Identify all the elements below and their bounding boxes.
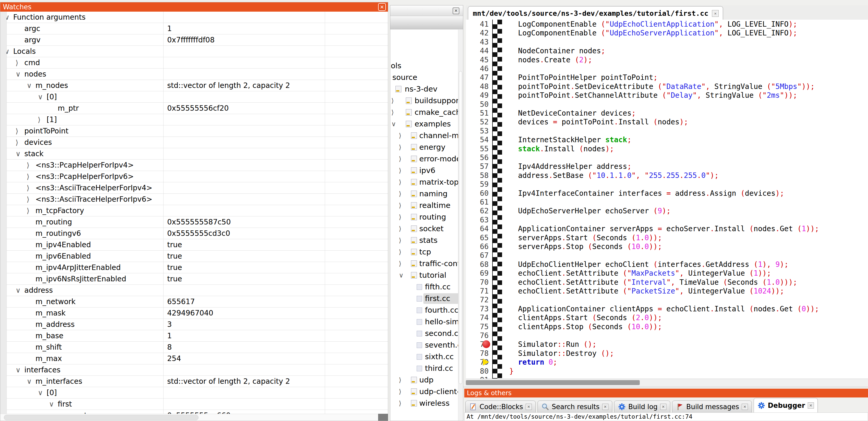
code-line-72[interactable]: 72 <box>466 295 868 304</box>
code-line-79[interactable]: 79 return 0; <box>466 358 868 367</box>
chevron-down-icon[interactable]: ∨ <box>16 285 21 296</box>
code-line-44[interactable]: 44 NodeContainer nodes; <box>466 46 868 55</box>
line-number[interactable]: 58 <box>466 171 489 180</box>
line-number[interactable]: 71 <box>466 287 489 296</box>
chevron-down-icon[interactable]: ∨ <box>16 148 21 159</box>
chevron-right-icon[interactable]: ⟩ <box>27 194 30 205</box>
line-number[interactable]: 48 <box>466 82 489 91</box>
line-number[interactable]: 46 <box>466 64 489 73</box>
tree-item-source[interactable]: source <box>390 72 458 83</box>
line-number[interactable]: 69 <box>466 269 489 278</box>
watch-row[interactable]: ⟩<ns3::PcapHelperForIpv4> <box>6 160 388 171</box>
tree-item-wireless[interactable]: ⟩wireless <box>390 397 458 409</box>
chevron-down-icon[interactable]: ∨ <box>391 118 396 130</box>
line-number[interactable]: 67 <box>466 251 489 260</box>
close-icon[interactable]: ✕ <box>712 10 719 17</box>
line-number[interactable]: 47 <box>466 73 489 82</box>
tree-item-routing[interactable]: ⟩routing <box>390 211 458 223</box>
line-number[interactable]: 42 <box>466 28 489 37</box>
code-line-41[interactable]: 41 LogComponentEnable ("UdpEchoClientApp… <box>466 20 868 29</box>
line-number[interactable]: 53 <box>466 126 489 135</box>
code-line-50[interactable]: 50 <box>466 100 868 109</box>
code-line-42[interactable]: 42 LogComponentEnable ("UdpEchoServerApp… <box>466 28 868 37</box>
tree-item-channel-mod[interactable]: ⟩channel-mod <box>390 130 458 141</box>
watch-row[interactable]: ∨interfaces <box>6 364 388 376</box>
close-icon[interactable]: ✕ <box>808 402 814 409</box>
tree-item-error-model[interactable]: ⟩error-model <box>390 153 458 165</box>
watches-horizontal-scrollbar[interactable] <box>0 414 388 421</box>
code-line-45[interactable]: 45 nodes.Create (2); <box>466 55 868 64</box>
tree-item-ipv6[interactable]: ⟩ipv6 <box>390 165 458 176</box>
tree-item-third-cc[interactable]: third.cc <box>390 362 458 374</box>
watch-row[interactable]: m_mask4294967040 <box>6 307 388 319</box>
chevron-right-icon[interactable]: ⟩ <box>399 188 401 200</box>
tree-vertical-scrollbar[interactable] <box>458 30 463 420</box>
chevron-down-icon[interactable]: ∨ <box>27 376 32 387</box>
code-line-77[interactable]: 77 Simulator::Run (); <box>466 340 868 349</box>
logs-title-bar[interactable]: Logs & others <box>464 389 868 397</box>
watch-row[interactable]: ⟩cmd <box>6 57 388 68</box>
chevron-right-icon[interactable]: ⟩ <box>399 141 401 153</box>
chevron-right-icon[interactable]: ⟩ <box>399 153 401 165</box>
code-line-68[interactable]: 68 UdpEchoClientHelper echoClient (inter… <box>466 260 868 269</box>
tree-item-sixth-cc[interactable]: sixth.cc <box>390 351 458 362</box>
watch-row[interactable]: ⟩pointToPoint <box>6 125 388 137</box>
chevron-right-icon[interactable]: ⟩ <box>399 258 401 269</box>
logs-tab-search-results[interactable]: Search results✕ <box>537 400 612 413</box>
chevron-right-icon[interactable]: ⟩ <box>27 171 30 182</box>
line-number[interactable]: 61 <box>466 198 489 206</box>
code-line-74[interactable]: 74 clientApps.Start (Seconds (2.0)); <box>466 313 868 322</box>
tree-item-cmake-cache[interactable]: ⟩cmake_cache <box>390 106 458 118</box>
line-number[interactable]: 50 <box>466 100 489 109</box>
logs-tab-build-messages[interactable]: Build messages✕ <box>672 400 752 413</box>
line-number[interactable]: 59 <box>466 180 489 189</box>
breakpoint-marker[interactable] <box>483 340 490 348</box>
watch-row[interactable]: m_ipv6Enabledtrue <box>6 251 388 262</box>
close-icon[interactable]: ✕ <box>742 404 748 410</box>
line-number[interactable]: 62 <box>466 206 489 216</box>
tree-item-matrix-topolo[interactable]: ⟩matrix-topolo <box>390 176 458 188</box>
line-number[interactable]: 41 <box>466 20 489 29</box>
close-icon[interactable]: ✕ <box>660 404 666 410</box>
chevron-right-icon[interactable]: ⟩ <box>391 106 394 118</box>
tree-item-buildsupport[interactable]: ⟩buildsupport <box>390 95 458 106</box>
tree-item-ns-3-dev[interactable]: ns-3-dev <box>390 83 458 95</box>
chevron-right-icon[interactable]: ⟩ <box>399 200 401 211</box>
line-number[interactable]: 60 <box>466 189 489 198</box>
close-icon[interactable]: ✕ <box>378 3 386 11</box>
tree-item-hello-simul[interactable]: hello-simul <box>390 316 458 328</box>
tree-item-traffic-contro[interactable]: ⟩traffic-contro <box>390 258 458 269</box>
chevron-down-icon[interactable]: ∨ <box>38 91 43 102</box>
watch-row[interactable]: m_address3 <box>6 319 388 330</box>
chevron-down-icon[interactable]: ∨ <box>27 80 32 91</box>
watch-row[interactable]: m_max254 <box>6 353 388 364</box>
chevron-down-icon[interactable]: ∨ <box>6 12 9 23</box>
chevron-right-icon[interactable]: ⟩ <box>27 160 30 171</box>
code-line-78[interactable]: 78 Simulator::Destroy (); <box>466 349 868 358</box>
tree-item-udp-client-ser[interactable]: ⟩udp-client-ser <box>390 386 458 397</box>
line-number[interactable]: 70 <box>466 278 489 287</box>
line-number[interactable]: 80 <box>466 367 489 376</box>
watch-row[interactable]: ∨Function arguments <box>6 12 388 23</box>
chevron-right-icon[interactable]: ⟩ <box>399 165 401 176</box>
chevron-right-icon[interactable]: ⟩ <box>399 176 401 188</box>
line-number[interactable]: 51 <box>466 108 489 118</box>
watch-row[interactable]: ⟩<ns3::AsciiTraceHelperForIpv6> <box>6 194 388 205</box>
tree-item-tcp[interactable]: ⟩tcp <box>390 246 458 258</box>
tree-item-ols[interactable]: ols <box>390 60 458 72</box>
watch-row[interactable]: argc1 <box>6 23 388 34</box>
scrollbar-thumb[interactable] <box>459 71 462 384</box>
line-number[interactable]: 72 <box>466 295 489 304</box>
line-number[interactable]: 74 <box>466 313 489 322</box>
watch-row[interactable]: ∨[0] <box>6 387 388 398</box>
watch-row[interactable]: m_base1 <box>6 330 388 342</box>
line-number[interactable]: 57 <box>466 162 489 171</box>
code-line-71[interactable]: 71 echoClient.SetAttribute ("PacketSize"… <box>466 287 868 296</box>
code-line-55[interactable]: 55 stack.Install (nodes); <box>466 144 868 153</box>
code-line-60[interactable]: 60 Ipv4InterfaceContainer interfaces = a… <box>466 189 868 198</box>
watch-row[interactable]: m_shift8 <box>6 342 388 353</box>
watch-row[interactable]: ⟩m_tcpFactory <box>6 205 388 217</box>
code-line-61[interactable]: 61 <box>466 198 868 206</box>
watch-row[interactable]: m_ipv4Enabledtrue <box>6 239 388 251</box>
code-line-48[interactable]: 48 pointToPoint.SetDeviceAttribute ("Dat… <box>466 82 868 91</box>
